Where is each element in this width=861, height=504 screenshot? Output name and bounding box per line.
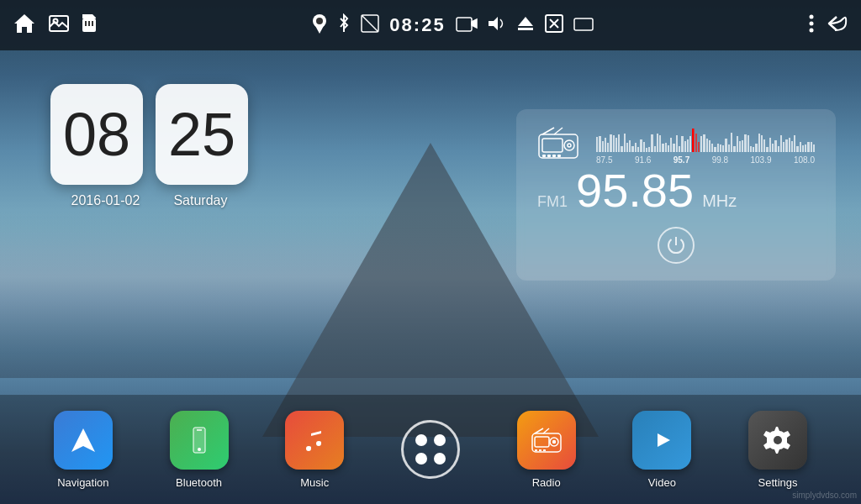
- radio-device-icon: [537, 126, 579, 163]
- status-bar: 08:25: [0, 0, 861, 50]
- dot-1: [415, 434, 427, 446]
- svg-point-24: [810, 21, 814, 25]
- freq-label-957: 95.7: [673, 155, 689, 165]
- svg-marker-16: [489, 17, 498, 30]
- settings-app-label: Settings: [758, 476, 798, 489]
- settings-app-icon: [748, 411, 807, 470]
- clock-minute: 25: [156, 84, 248, 185]
- music-app-icon: [285, 411, 344, 470]
- status-left-icons: [13, 13, 97, 39]
- svg-marker-9: [314, 24, 325, 34]
- navigation-icon: [54, 411, 113, 470]
- svg-rect-7: [92, 21, 93, 26]
- svg-marker-15: [472, 19, 477, 28]
- app-video[interactable]: Video: [632, 411, 691, 489]
- clock-day: Saturday: [173, 193, 227, 208]
- svg-rect-27: [542, 139, 563, 152]
- svg-point-38: [198, 448, 201, 451]
- status-center-icons: 08:25: [312, 13, 593, 38]
- center-dots-grid: [411, 430, 450, 469]
- svg-marker-17: [518, 17, 533, 26]
- app-music[interactable]: Music: [285, 411, 344, 489]
- image-icon[interactable]: [49, 15, 69, 36]
- svg-rect-35: [557, 155, 561, 157]
- svg-marker-0: [14, 14, 34, 33]
- center-menu-button[interactable]: [401, 420, 460, 479]
- svg-line-30: [542, 128, 554, 134]
- home-icon[interactable]: [13, 13, 36, 39]
- dot-2: [434, 434, 446, 446]
- radio-frequency-display: 95.85: [576, 167, 694, 214]
- sdcard-icon[interactable]: [82, 14, 97, 37]
- svg-marker-37: [71, 428, 95, 452]
- svg-point-25: [810, 28, 814, 32]
- bluetooth-app-label: Bluetooth: [176, 476, 222, 489]
- radio-widget: 87.5 91.6 95.7 99.8 103.9 108.0 FM1 95.8…: [516, 109, 836, 281]
- radio-app-icon: [517, 411, 576, 470]
- radio-app-label: Radio: [532, 476, 561, 489]
- svg-rect-5: [85, 21, 87, 26]
- radio-top: 87.5 91.6 95.7 99.8 103.9 108.0: [537, 126, 815, 163]
- svg-rect-48: [543, 449, 546, 451]
- svg-line-44: [535, 428, 543, 433]
- status-right-icons: [809, 14, 848, 37]
- clock-date: 2016-01-02: [71, 193, 140, 208]
- radio-frequency-area: 87.5 91.6 95.7 99.8 103.9 108.0: [596, 129, 815, 160]
- svg-line-45: [543, 428, 549, 433]
- bluetooth-app-icon: [170, 411, 229, 470]
- camera-icon: [456, 15, 478, 36]
- freq-label-998: 99.8: [712, 155, 728, 165]
- signal-icon: [361, 14, 379, 37]
- overflow-menu-icon[interactable]: [809, 14, 814, 37]
- svg-point-43: [552, 440, 555, 443]
- radio-scale: 87.5 91.6 95.7 99.8 103.9 108.0: [596, 129, 815, 160]
- svg-rect-46: [535, 449, 537, 451]
- radio-power-area: [537, 227, 815, 264]
- svg-rect-6: [88, 21, 90, 26]
- radio-fm-band: FM1: [537, 193, 568, 211]
- volume-icon[interactable]: [488, 15, 506, 36]
- svg-rect-18: [518, 28, 533, 30]
- status-time: 08:25: [389, 14, 445, 36]
- svg-rect-47: [539, 449, 541, 451]
- close-icon[interactable]: [545, 14, 563, 37]
- clock-date-row: 2016-01-02 Saturday: [71, 193, 228, 208]
- app-settings[interactable]: Settings: [748, 411, 807, 489]
- svg-point-29: [568, 144, 571, 147]
- app-bluetooth[interactable]: Bluetooth: [170, 411, 229, 489]
- svg-marker-49: [658, 433, 670, 447]
- freq-label-916: 91.6: [635, 155, 651, 165]
- minimize-icon[interactable]: [573, 16, 594, 35]
- video-app-label: Video: [648, 476, 676, 489]
- clock-digits: 08 25: [50, 84, 248, 185]
- navigation-label: Navigation: [57, 476, 108, 489]
- radio-indicator: [692, 129, 694, 152]
- svg-rect-14: [457, 18, 472, 31]
- radio-freq-labels: 87.5 91.6 95.7 99.8 103.9 108.0: [596, 155, 815, 165]
- radio-bars: [596, 129, 815, 152]
- music-app-label: Music: [300, 476, 329, 489]
- app-navigation[interactable]: Navigation: [54, 411, 113, 489]
- app-center-menu[interactable]: [401, 420, 460, 479]
- radio-main-display: FM1 95.85 MHz: [537, 167, 815, 214]
- freq-label-875: 87.5: [596, 155, 612, 165]
- dot-3: [415, 453, 427, 465]
- freq-label-1080: 108.0: [794, 155, 815, 165]
- bluetooth-status-icon: [337, 13, 351, 38]
- app-dock: Navigation Bluetooth Music: [0, 395, 861, 504]
- svg-point-23: [810, 14, 814, 18]
- location-icon: [312, 13, 327, 38]
- svg-rect-33: [547, 155, 551, 157]
- svg-rect-22: [574, 18, 593, 30]
- svg-point-10: [316, 18, 323, 24]
- svg-line-13: [362, 15, 378, 32]
- svg-rect-41: [535, 437, 549, 447]
- radio-power-button[interactable]: [658, 227, 695, 264]
- clock-hour: 08: [50, 84, 143, 185]
- app-radio[interactable]: Radio: [517, 411, 576, 489]
- eject-icon[interactable]: [516, 14, 535, 37]
- freq-label-1039: 103.9: [751, 155, 772, 165]
- back-icon[interactable]: [827, 14, 848, 37]
- svg-marker-4: [82, 14, 96, 18]
- svg-point-51: [774, 436, 782, 444]
